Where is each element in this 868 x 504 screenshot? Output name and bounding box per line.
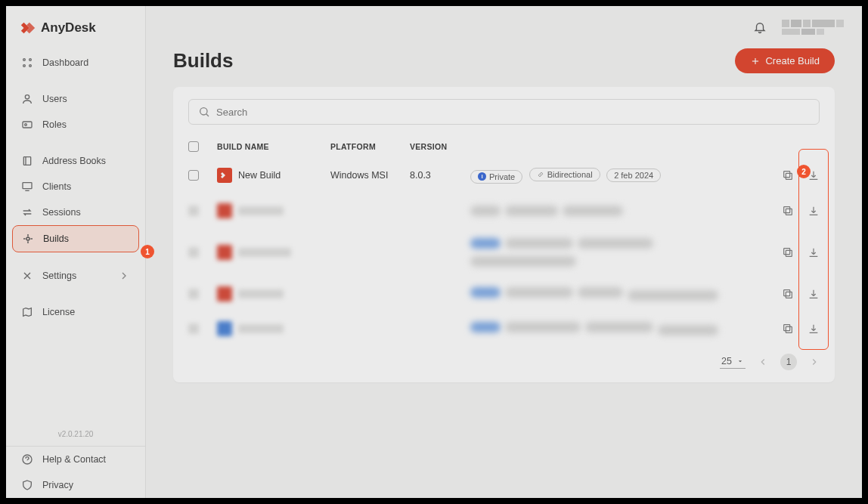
topbar [146,6,862,48]
svg-rect-27 [786,292,792,298]
svg-point-19 [200,108,207,115]
plus-icon [750,56,761,66]
avatar-placeholder[interactable] [782,20,844,35]
svg-point-6 [25,124,27,126]
svg-rect-26 [784,248,790,254]
user-icon [21,93,33,105]
svg-point-11 [26,237,29,240]
tools-icon [21,270,33,282]
tag-date: 2 feb 2024 [606,169,661,182]
create-build-button[interactable]: Create Build [735,48,835,73]
svg-point-1 [29,59,32,61]
svg-rect-28 [784,289,790,295]
download-icon[interactable] [808,288,820,300]
build-version: 8.0.3 [410,170,470,181]
table-row[interactable] [188,228,820,277]
download-icon[interactable] [808,205,820,217]
header-version: VERSION [410,142,470,151]
copy-icon[interactable] [782,169,794,181]
download-icon[interactable] [808,246,820,258]
link-icon [537,171,544,178]
swap-icon [21,206,33,218]
search-input[interactable] [216,107,810,118]
svg-point-2 [23,65,26,67]
table-row[interactable]: New Build Windows MSI 8.0.3 iPrivate Bid… [188,158,820,193]
sidebar-item-builds[interactable]: Builds [12,225,139,252]
tag-private: iPrivate [470,170,522,184]
svg-rect-9 [23,183,32,189]
info-icon: i [478,172,486,181]
build-platform: Windows MSI [330,170,410,181]
svg-rect-29 [786,326,792,332]
map-icon [21,306,33,318]
copy-icon[interactable] [782,288,794,300]
prev-page-icon[interactable] [758,357,768,367]
sidebar-item-help[interactable]: Help & Contact [6,447,145,472]
target-icon [22,233,34,245]
monitor-icon [21,181,33,193]
brand-logo: AnyDesk [6,6,145,44]
svg-point-3 [29,65,32,67]
bell-icon[interactable] [753,20,767,34]
table-row[interactable] [188,193,820,228]
header-name: BUILD NAME [217,142,330,151]
build-tags: iPrivate Bidirectional 2 feb 2024 [470,168,759,184]
caret-down-icon [736,357,744,365]
table-header: BUILD NAME PLATFORM VERSION [188,135,820,158]
builds-card: BUILD NAME PLATFORM VERSION New Build Wi… [173,87,835,382]
grid-icon [21,57,33,69]
page-number[interactable]: 1 [780,354,797,370]
id-icon [21,119,33,131]
help-icon [21,453,33,465]
sidebar-item-clients[interactable]: Clients [6,174,145,199]
sidebar-item-dashboard[interactable]: Dashboard [6,50,145,76]
annotation-badge-1: 1 [141,245,154,258]
main: Builds Create Build BUILD NAME PLATFORM … [146,6,862,498]
header-platform: PLATFORM [330,142,410,151]
copy-icon[interactable] [782,323,794,335]
svg-point-4 [25,95,29,99]
page-title: Builds [173,49,233,73]
sidebar-item-privacy[interactable]: Privacy [6,472,145,498]
svg-rect-7 [23,157,30,165]
sidebar-item-license[interactable]: License [6,299,145,325]
sidebar-item-settings[interactable]: Settings [6,263,145,289]
tag-bidirectional: Bidirectional [529,168,600,181]
anydesk-icon [20,20,36,36]
svg-rect-21 [786,174,792,180]
sidebar-item-address-books[interactable]: Address Books [6,148,145,174]
copy-icon[interactable] [782,205,794,217]
select-all-checkbox[interactable] [188,141,199,152]
annotation-badge-2: 2 [797,165,811,178]
download-icon[interactable] [808,323,820,335]
sidebar-item-sessions[interactable]: Sessions [6,199,145,225]
next-page-icon[interactable] [809,357,820,367]
nav: Dashboard Users Roles Address Books Clie… [6,44,145,331]
page-size-select[interactable]: 25 [720,354,746,369]
row-checkbox[interactable] [188,170,199,181]
build-app-icon [217,168,232,183]
version-label: v2.0.21.20 [6,422,145,446]
table-row[interactable] [188,311,820,346]
svg-line-20 [206,114,209,116]
shield-icon [21,479,33,491]
svg-rect-25 [786,250,792,256]
svg-rect-24 [784,206,790,212]
search-icon [198,106,210,118]
sidebar: AnyDesk Dashboard Users Roles Address Bo… [6,6,146,498]
table-row[interactable] [188,277,820,311]
sidebar-item-roles[interactable]: Roles [6,112,145,138]
pagination: 25 1 [188,354,820,370]
svg-rect-23 [786,209,792,215]
book-icon [21,155,33,167]
search-box[interactable] [188,99,820,125]
copy-icon[interactable] [782,246,794,258]
svg-rect-22 [784,172,790,178]
chevron-right-icon [118,270,130,282]
svg-point-0 [23,59,26,61]
build-name: New Build [238,170,281,181]
svg-rect-30 [784,324,790,330]
sidebar-item-users[interactable]: Users [6,86,145,112]
